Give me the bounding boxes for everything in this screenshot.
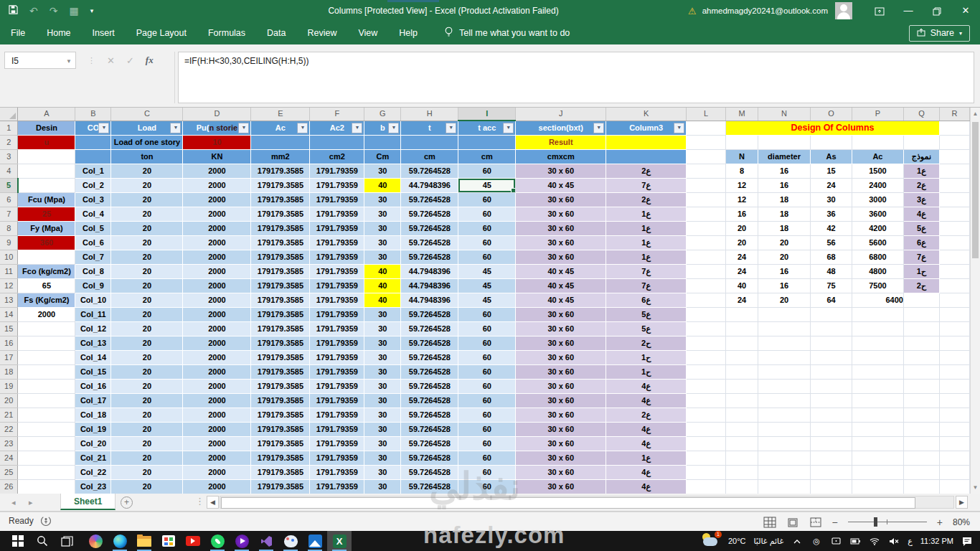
cell-Q23[interactable] <box>903 436 939 451</box>
cell-R22[interactable] <box>939 422 969 436</box>
cell-G16[interactable]: 30 <box>364 336 401 350</box>
cell-J11[interactable]: 40 x 45 <box>516 264 606 278</box>
cell-J3[interactable]: cmxcm <box>516 149 606 164</box>
cell-K20[interactable]: ع4 <box>606 393 687 408</box>
cell-P18[interactable] <box>852 364 903 379</box>
account-email[interactable]: ahmedmagdy20241@outlook.com <box>702 6 828 15</box>
cell-I19[interactable]: 60 <box>458 379 516 393</box>
cell-A3[interactable] <box>18 149 75 164</box>
filter-icon[interactable]: ▼ <box>593 123 604 133</box>
cell-F18[interactable]: 1791.79359 <box>310 364 364 379</box>
cell-F5[interactable]: 1791.79359 <box>310 178 364 192</box>
cell-J19[interactable]: 30 x 60 <box>516 379 606 393</box>
row-header-17[interactable]: 17 <box>0 350 18 364</box>
cell-B26[interactable]: Col_23 <box>75 479 111 494</box>
row-header-21[interactable]: 21 <box>0 408 18 422</box>
cell-H24[interactable]: 59.7264528 <box>401 451 458 465</box>
cell-K17[interactable]: ح1 <box>606 350 687 364</box>
cell-J15[interactable]: 30 x 60 <box>516 321 606 336</box>
cell-C23[interactable]: 20 <box>111 436 183 451</box>
cell-Q12[interactable]: ح2 <box>903 278 939 293</box>
cell-R16[interactable] <box>939 336 969 350</box>
cell-N16[interactable] <box>758 336 811 350</box>
cell-O25[interactable] <box>811 465 852 479</box>
cell-Q5[interactable]: ع2 <box>903 178 939 192</box>
name-box-dropdown-icon[interactable]: ▼ <box>66 53 72 70</box>
insert-function-icon[interactable]: fx <box>146 55 154 66</box>
cell-B25[interactable]: Col_22 <box>75 465 111 479</box>
cell-G6[interactable]: 30 <box>364 192 401 207</box>
cell-O8[interactable]: 42 <box>811 221 852 235</box>
cell-P20[interactable] <box>852 393 903 408</box>
column-header-H[interactable]: H <box>401 108 458 121</box>
cell-N4[interactable]: 16 <box>758 164 811 178</box>
cell-O19[interactable] <box>811 379 852 393</box>
cell-Q16[interactable] <box>903 336 939 350</box>
cell-I14[interactable]: 60 <box>458 307 516 321</box>
cell-N25[interactable] <box>758 465 811 479</box>
cell-H2[interactable] <box>401 135 458 149</box>
cell-A13[interactable]: Fs (Kg/cm2) <box>18 293 75 307</box>
cell-K22[interactable]: ع4 <box>606 422 687 436</box>
cell-O10[interactable]: 68 <box>811 250 852 264</box>
tab-help[interactable]: Help <box>388 22 428 44</box>
cell-C17[interactable]: 20 <box>111 350 183 364</box>
cell-E10[interactable]: 179179.3585 <box>251 250 310 264</box>
row-header-23[interactable]: 23 <box>0 436 18 451</box>
cell-D24[interactable]: 2000 <box>183 451 251 465</box>
cell-D9[interactable]: 2000 <box>183 235 251 250</box>
cell-G13[interactable]: 40 <box>364 293 401 307</box>
cell-J24[interactable]: 30 x 60 <box>516 451 606 465</box>
page-break-preview-icon[interactable] <box>809 517 822 528</box>
cell-O26[interactable] <box>811 479 852 494</box>
cell-D26[interactable]: 2000 <box>183 479 251 494</box>
cell-K11[interactable]: ع7 <box>606 264 687 278</box>
cell-M19[interactable] <box>726 379 758 393</box>
cell-I5[interactable]: 45 <box>458 178 516 192</box>
cell-B22[interactable]: Col_19 <box>75 422 111 436</box>
cell-K14[interactable]: ع5 <box>606 307 687 321</box>
cell-N18[interactable] <box>758 364 811 379</box>
cell-C11[interactable]: 20 <box>111 264 183 278</box>
column-header-O[interactable]: O <box>811 108 852 121</box>
task-view-icon[interactable] <box>55 531 79 551</box>
cell-J16[interactable]: 30 x 60 <box>516 336 606 350</box>
cell-J13[interactable]: 40 x 45 <box>516 293 606 307</box>
cell-B6[interactable]: Col_3 <box>75 192 111 207</box>
cell-C6[interactable]: 20 <box>111 192 183 207</box>
cell-M25[interactable] <box>726 465 758 479</box>
cell-Q18[interactable] <box>903 364 939 379</box>
cell-H5[interactable]: 44.7948396 <box>401 178 458 192</box>
cell-H16[interactable]: 59.7264528 <box>401 336 458 350</box>
cell-O7[interactable]: 36 <box>811 207 852 221</box>
cell-D23[interactable]: 2000 <box>183 436 251 451</box>
cell-H14[interactable]: 59.7264528 <box>401 307 458 321</box>
row-header-24[interactable]: 24 <box>0 451 18 465</box>
cell-F11[interactable]: 1791.79359 <box>310 264 364 278</box>
cell-H7[interactable]: 59.7264528 <box>401 207 458 221</box>
cell-L23[interactable] <box>687 436 726 451</box>
column-header-C[interactable]: C <box>111 108 183 121</box>
cell-B13[interactable]: Col_10 <box>75 293 111 307</box>
action-center-icon[interactable] <box>961 535 973 547</box>
cell-R24[interactable] <box>939 451 969 465</box>
cell-R18[interactable] <box>939 364 969 379</box>
filter-icon[interactable]: ▼ <box>238 123 249 133</box>
cell-A26[interactable] <box>18 479 75 494</box>
cell-L21[interactable] <box>687 408 726 422</box>
cell-R10[interactable] <box>939 250 969 264</box>
wifi-icon[interactable] <box>869 535 880 547</box>
cell-J4[interactable]: 30 x 60 <box>516 164 606 178</box>
cell-G8[interactable]: 30 <box>364 221 401 235</box>
cell-D11[interactable]: 2000 <box>183 264 251 278</box>
visual-studio-icon[interactable] <box>254 531 278 551</box>
cell-F6[interactable]: 1791.79359 <box>310 192 364 207</box>
cell-A25[interactable] <box>18 465 75 479</box>
cell-M4[interactable]: 8 <box>726 164 758 178</box>
column-header-L[interactable]: L <box>687 108 726 121</box>
cell-Q2[interactable] <box>903 135 939 149</box>
cell-F21[interactable]: 1791.79359 <box>310 408 364 422</box>
cell-E25[interactable]: 179179.3585 <box>251 465 310 479</box>
cell-F22[interactable]: 1791.79359 <box>310 422 364 436</box>
cell-E24[interactable]: 179179.3585 <box>251 451 310 465</box>
